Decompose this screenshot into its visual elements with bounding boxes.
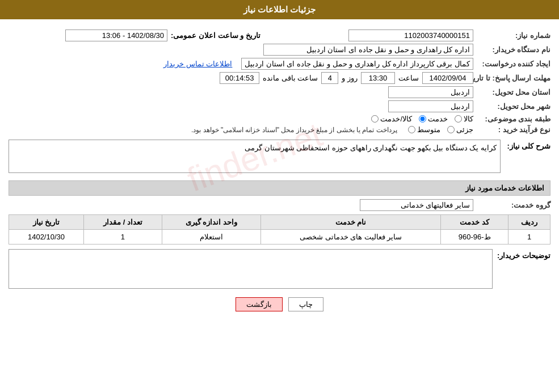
rooz-label: روز و — [342, 74, 358, 82]
ostan-row: استان محل تحویل: اردبیل — [9, 86, 550, 98]
saat-label: ساعت — [398, 74, 419, 82]
buyer-desc-area — [9, 249, 493, 290]
group-service-row: گروه خدمت: سایر فعالیتهای خدماتی — [9, 199, 550, 211]
back-button[interactable]: بازگشت — [236, 297, 283, 311]
shahr-label: شهر محل تحویل: — [477, 102, 550, 111]
services-table: ردیف کد خدمت نام خدمت واحد اندازه گیری ت… — [9, 214, 550, 245]
cell-tarikh: 1402/10/30 — [9, 230, 84, 245]
ijad-value: کمال برقی کارپرداز اداره کل راهداری و حم… — [241, 58, 473, 70]
shahr-row: شهر محل تحویل: اردبیل — [9, 100, 550, 112]
ijad-label: ایجاد کننده درخواست: — [477, 60, 550, 68]
print-button[interactable]: چاپ — [288, 297, 323, 311]
nooe-farayand-row: نوع فرآیند خرید : متوسط جزئی پرداخت تمام… — [9, 125, 550, 134]
remaining-value: 00:14:53 — [220, 72, 259, 84]
radio-khedmat-label: خدمت — [428, 115, 448, 123]
col-kod: کد خدمت — [441, 215, 508, 230]
sharh-label: شرح کلی نیاز: — [505, 142, 550, 150]
cell-nam: سایر فعالیت های خدماتی شخصی — [260, 230, 440, 245]
ilan-label: تاریخ و ساعت اعلان عمومی: — [171, 31, 260, 40]
cell-kod: ط-96-960 — [441, 230, 508, 245]
tabaqe-radio-group: کالا/خدمت خدمت کالا — [371, 115, 473, 123]
notice-text: پرداخت تمام یا بخشی از مبلغ خریداز محل "… — [191, 126, 397, 134]
radio-jozei-label: جزئی — [456, 125, 473, 134]
header-title: جزئیات اطلاعات نیاز — [243, 5, 316, 14]
name-dastgah-row: نام دستگاه خریدار: اداره کل راهداری و حم… — [9, 44, 550, 56]
tabaqe-label: طبقه بندی موضوعی: — [477, 115, 550, 123]
name-dastgah-label: نام دستگاه خریدار: — [477, 45, 550, 54]
radio-jozei[interactable] — [447, 126, 455, 133]
sharh-section: شرح کلی نیاز: finder.net کرایه یک دستگاه… — [9, 140, 550, 175]
cell-radif: 1 — [508, 230, 550, 245]
radio-motavaset-label: متوسط — [417, 125, 440, 134]
name-dastgah-value: اداره کل راهداری و حمل و نقل جاده ای است… — [263, 44, 473, 56]
etelaaat-link[interactable]: اطلاعات تماس خریدار — [163, 60, 232, 68]
table-row: 1 ط-96-960 سایر فعالیت های خدماتی شخصی ا… — [9, 230, 550, 245]
radio-kala-khedmat[interactable] — [371, 115, 379, 123]
buyer-desc-label: توضیحات خریدار: — [497, 251, 550, 260]
ostan-value: اردبیل — [388, 86, 473, 98]
shomara-niaz-value: 1102003740000151 — [348, 29, 473, 41]
ijad-row: ایجاد کننده درخواست: کمال برقی کارپرداز … — [9, 58, 550, 70]
col-vahed: واحد اندازه گیری — [162, 215, 260, 230]
radio-kala-khedmat-item[interactable]: کالا/خدمت — [371, 115, 412, 123]
radio-kala-label: کالا — [464, 115, 473, 123]
group-label: گروه خدمت: — [477, 201, 550, 209]
group-value: سایر فعالیتهای خدماتی — [360, 199, 473, 211]
rooz-value: 4 — [321, 72, 338, 84]
radio-khedmat[interactable] — [419, 115, 426, 123]
radio-kala-khedmat-label: کالا/خدمت — [380, 115, 412, 123]
radio-khedmat-item[interactable]: خدمت — [419, 115, 448, 123]
radio-motavaset-item[interactable]: متوسط — [408, 125, 440, 134]
radio-kala[interactable] — [455, 115, 462, 123]
page-wrapper: جزئیات اطلاعات نیاز شماره نیاز: 11020037… — [0, 0, 559, 392]
saat-value: 13:30 — [361, 72, 395, 84]
remaining-label: ساعت باقی مانده — [263, 74, 318, 82]
nooe-farayand-label: نوع فرآیند خرید : — [477, 125, 550, 134]
shahr-value: اردبیل — [388, 100, 473, 112]
mohlat-label: مهلت ارسال پاسخ: تا تاریخ: — [477, 74, 550, 82]
cell-vahed: استعلام — [162, 230, 260, 245]
buyer-desc-row: توضیحات خریدار: — [9, 249, 550, 290]
col-nam: نام خدمت — [260, 215, 440, 230]
ilan-value: 1402/08/30 - 13:06 — [65, 29, 167, 41]
ostan-label: استان محل تحویل: — [477, 88, 550, 96]
tabaqe-row: طبقه بندی موضوعی: کالا/خدمت خدمت کالا — [9, 115, 550, 123]
sharh-area: finder.net کرایه یک دستگاه بیل بکهو جهت … — [9, 140, 501, 175]
services-section-title: اطلاعات خدمات مورد نیاز — [9, 180, 550, 196]
radio-kala-item[interactable]: کالا — [455, 115, 473, 123]
date-value: 1402/09/04 — [422, 72, 473, 84]
btn-row: چاپ بازگشت — [9, 297, 550, 311]
cell-tedad: 1 — [83, 230, 162, 245]
shomara-niaz-row: شماره نیاز: 1102003740000151 تاریخ و ساع… — [9, 29, 550, 41]
page-header: جزئیات اطلاعات نیاز — [0, 0, 559, 19]
col-tedad: تعداد / مقدار — [83, 215, 162, 230]
col-tarikh: تاریخ نیاز — [9, 215, 84, 230]
col-radif: ردیف — [508, 215, 550, 230]
farayand-radio-group: متوسط جزئی — [408, 125, 473, 134]
main-content: شماره نیاز: 1102003740000151 تاریخ و ساع… — [0, 19, 559, 323]
buyer-desc-textarea[interactable] — [9, 249, 493, 289]
shomara-niaz-label: شماره نیاز: — [477, 31, 550, 40]
sharh-textarea[interactable] — [9, 140, 501, 173]
radio-jozei-item[interactable]: جزئی — [447, 125, 473, 134]
mohlat-row: مهلت ارسال پاسخ: تا تاریخ: 1402/09/04 سا… — [9, 72, 550, 84]
radio-motavaset[interactable] — [408, 126, 415, 133]
